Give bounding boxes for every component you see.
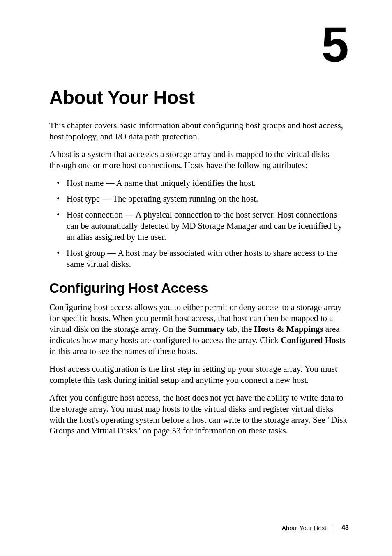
intro-paragraph-2: A host is a system that accesses a stora… [49, 149, 349, 171]
attributes-list: Host name — A name that uniquely identif… [49, 178, 349, 270]
page-footer: About Your Host 43 [282, 524, 349, 531]
chapter-title: About Your Host [49, 0, 349, 109]
footer-title: About Your Host [282, 524, 326, 531]
list-item: Host group — A host may be associated wi… [49, 248, 349, 270]
chapter-number: 5 [321, 20, 349, 69]
text-run: in this area to see the names of these h… [49, 346, 197, 356]
section-paragraph-3: After you configure host access, the hos… [49, 392, 349, 437]
bold-configured-hosts: Configured Hosts [281, 335, 346, 345]
list-item: Host connection — A physical connection … [49, 209, 349, 243]
list-item: Host name — A name that uniquely identif… [49, 178, 349, 189]
section-heading: Configuring Host Access [49, 280, 349, 296]
section-paragraph-1: Configuring host access allows you to ei… [49, 302, 349, 357]
page-number: 43 [341, 524, 349, 531]
list-item: Host type — The operating system running… [49, 193, 349, 204]
bold-summary: Summary [188, 324, 224, 334]
bold-hosts-mappings: Hosts & Mappings [254, 324, 323, 334]
intro-paragraph-1: This chapter covers basic information ab… [49, 120, 349, 142]
text-run: tab, the [224, 324, 254, 334]
footer-separator [334, 524, 334, 531]
section-paragraph-2: Host access configuration is the first s… [49, 364, 349, 386]
